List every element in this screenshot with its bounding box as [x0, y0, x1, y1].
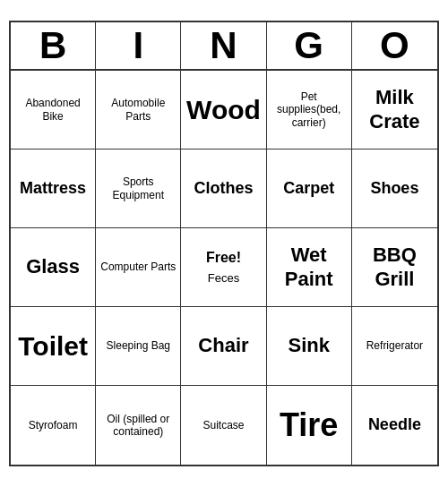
bingo-cell-14: BBQ Grill [352, 228, 437, 307]
header-b: B [11, 22, 96, 69]
bingo-cell-5: Mattress [11, 150, 96, 228]
bingo-cell-3: Pet supplies(bed, carrier) [267, 71, 352, 150]
bingo-cell-8: Carpet [267, 150, 352, 228]
bingo-cell-7: Clothes [181, 150, 266, 228]
header-n: N [181, 22, 266, 69]
bingo-cell-15: Toilet [11, 307, 96, 386]
bingo-cell-9: Shoes [352, 150, 437, 228]
header-g: G [267, 22, 352, 69]
bingo-cell-20: Styrofoam [11, 386, 96, 465]
bingo-cell-17: Chair [181, 307, 266, 386]
bingo-cell-1: Automobile Parts [96, 71, 181, 150]
header-i: I [96, 22, 181, 69]
bingo-cell-4: Milk Crate [352, 71, 437, 150]
bingo-header: B I N G O [11, 22, 437, 71]
bingo-cell-11: Computer Parts [96, 228, 181, 307]
bingo-cell-23: Tire [267, 386, 352, 465]
bingo-cell-12: Free!Feces [181, 228, 266, 307]
bingo-cell-22: Suitcase [181, 386, 266, 465]
bingo-cell-13: Wet Paint [267, 228, 352, 307]
bingo-cell-0: Abandoned Bike [11, 71, 96, 150]
bingo-cell-24: Needle [352, 386, 437, 465]
bingo-grid: Abandoned BikeAutomobile PartsWoodPet su… [11, 71, 437, 465]
bingo-cell-2: Wood [181, 71, 266, 150]
bingo-card: B I N G O Abandoned BikeAutomobile Parts… [9, 21, 439, 466]
bingo-cell-6: Sports Equipment [96, 150, 181, 228]
header-o: O [352, 22, 437, 69]
bingo-cell-16: Sleeping Bag [96, 307, 181, 386]
bingo-cell-21: Oil (spilled or contained) [96, 386, 181, 465]
bingo-cell-10: Glass [11, 228, 96, 307]
bingo-cell-19: Refrigerator [352, 307, 437, 386]
bingo-cell-18: Sink [267, 307, 352, 386]
